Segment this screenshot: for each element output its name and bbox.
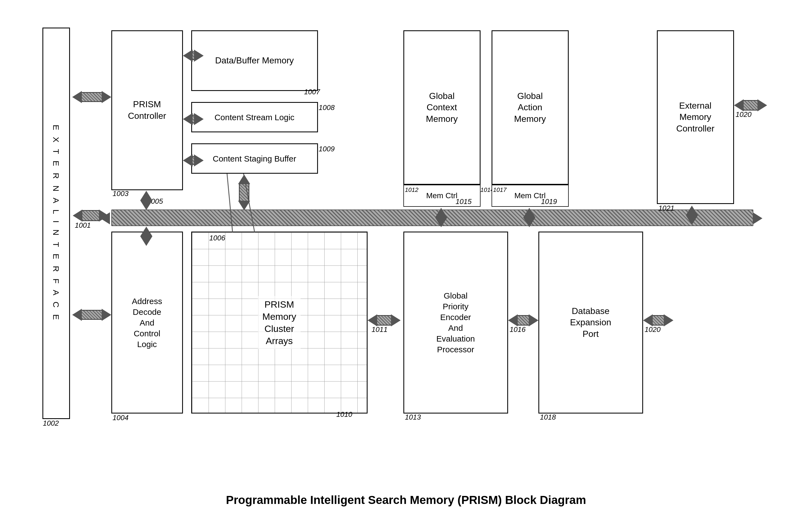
arrowhead-r-csb — [194, 154, 204, 166]
external-interface-label: E X T E R N A L I N T E R F A C E — [51, 125, 61, 322]
content-staging-box: Content Staging Buffer — [191, 143, 318, 174]
arrowhead-l-cs — [183, 113, 193, 125]
block-diagram: E X T E R N A L I N T E R F A C E 1002 1… — [34, 22, 778, 477]
arrowhead-r-top — [102, 91, 111, 103]
global-priority-label: Global Priority Encoder And Evaluation P… — [436, 290, 475, 355]
arrow-gc-bus — [435, 208, 447, 211]
arrowhead-r-em — [757, 99, 767, 111]
arrow-db-right — [643, 314, 673, 326]
label-1002: 1002 — [43, 419, 59, 428]
arrowhead-r-addr — [102, 309, 111, 321]
arrow-prism-csb — [183, 154, 191, 166]
address-decode-label: Address Decode And Control Logic — [132, 296, 162, 350]
prism-controller-box: PRISM Controller — [111, 30, 183, 190]
arrow-body-1001 — [82, 210, 99, 221]
content-stream-box: Content Stream Logic — [191, 102, 318, 132]
arrowhead-r-gp — [529, 314, 539, 326]
label-1009: 1009 — [319, 145, 335, 153]
content-staging-label: Content Staging Buffer — [213, 153, 296, 164]
arrow-ga-bus — [523, 208, 535, 211]
caption-container: Programmable Intelligent Search Memory (… — [34, 493, 778, 507]
arrowhead-u-ab — [140, 227, 152, 236]
arrowhead-left-1001 — [73, 210, 82, 222]
content-stream-label: Content Stream Logic — [214, 112, 294, 123]
arrow-prism-cs — [183, 113, 191, 125]
prism-controller-label: PRISM Controller — [128, 99, 166, 121]
arrowhead-l-gp — [508, 314, 518, 326]
arrowhead-u-gc — [435, 208, 447, 218]
label-1020-bot: 1020 — [645, 325, 661, 334]
arrow-body-sb — [239, 184, 249, 201]
arrowhead-u-sb — [238, 174, 250, 184]
arrowhead-d-gc — [435, 218, 447, 227]
mem-ctrl-1-label: Mem Ctrl — [426, 191, 458, 200]
label-1017: 1017 — [493, 186, 507, 193]
label-1008: 1008 — [319, 103, 335, 112]
label-1012: 1012 — [405, 186, 418, 193]
database-expansion-box: Database Expansion Port — [539, 231, 643, 413]
arrow-gp-db — [508, 314, 539, 326]
arrow-body-em2 — [744, 100, 757, 111]
arrow-ext-addr — [72, 309, 111, 321]
external-memory-box: External Memory Controller — [657, 30, 734, 204]
arrowhead-l-db — [643, 314, 653, 326]
global-context-label: Global Context Memory — [426, 90, 458, 125]
arrow-addr-bus — [140, 227, 152, 232]
external-interface-box: E X T E R N A L I N T E R F A C E — [42, 28, 70, 419]
arrowhead-d-pb — [140, 200, 152, 210]
label-1015: 1015 — [456, 197, 472, 206]
arrow-body-db — [653, 315, 664, 326]
data-buffer-box: Data/Buffer Memory — [191, 30, 318, 91]
label-1001: 1001 — [75, 221, 91, 229]
arrowhead-r-pd — [194, 50, 204, 62]
label-1010: 1010 — [337, 410, 352, 419]
global-priority-box: Global Priority Encoder And Evaluation P… — [403, 231, 508, 413]
arrow-ext-prism-top — [72, 91, 111, 103]
global-action-box: Global Action Memory — [492, 30, 569, 185]
arrow-em-bus — [686, 206, 698, 210]
label-1013: 1013 — [405, 413, 421, 421]
database-expansion-label: Database Expansion Port — [570, 305, 611, 340]
label-1018: 1018 — [540, 413, 556, 421]
arrow-prism-bus — [140, 191, 152, 210]
arrowhead-d-ga — [523, 218, 535, 227]
arrowhead-l-top — [72, 91, 82, 103]
arrow-body-gp — [518, 315, 529, 326]
arrow-prism-data — [183, 50, 191, 62]
label-1011: 1011 — [372, 325, 388, 334]
arrow-memory-right — [368, 314, 401, 326]
arrowhead-d-sb — [238, 201, 250, 210]
arrowhead-l-em — [734, 99, 744, 111]
arrowhead-l-addr — [72, 309, 82, 321]
label-1016: 1016 — [510, 325, 526, 334]
arrowhead-r-mr — [391, 314, 401, 326]
label-1006: 1006 — [209, 234, 225, 242]
arrow-staging-bus — [238, 174, 250, 210]
label-1019: 1019 — [541, 197, 557, 206]
prism-memory-label: PRISM Memory Cluster Arrays — [258, 296, 300, 349]
arrowhead-l-pd — [183, 50, 193, 62]
arrowhead-d-em — [686, 215, 698, 225]
arrowhead-r-db — [664, 314, 673, 326]
arrowhead-l-mr — [368, 314, 377, 326]
label-1020-top: 1020 — [736, 110, 752, 119]
global-action-label: Global Action Memory — [514, 90, 546, 125]
arrow-body-top — [82, 92, 102, 102]
data-buffer-label: Data/Buffer Memory — [215, 55, 294, 66]
global-context-box: Global Context Memory — [403, 30, 481, 185]
arrowhead-l-csb — [183, 154, 193, 166]
arrowhead-u-ga — [523, 208, 535, 218]
label-1003: 1003 — [113, 189, 129, 198]
arrowhead-r-cs — [194, 113, 204, 125]
arrowhead-u-pb — [140, 191, 152, 200]
arrow-em-right — [734, 99, 767, 111]
bus-arrowhead-right — [753, 212, 762, 224]
arrow-body-mr — [377, 315, 391, 326]
label-1004: 1004 — [113, 413, 129, 422]
bus-arrowhead-left — [100, 212, 110, 224]
main-bus — [111, 210, 753, 226]
diagram-caption: Programmable Intelligent Search Memory (… — [226, 493, 586, 507]
arrowhead-u-em — [686, 206, 698, 215]
arrow-body-addr — [82, 310, 102, 320]
arrowhead-d-ab — [140, 236, 152, 246]
